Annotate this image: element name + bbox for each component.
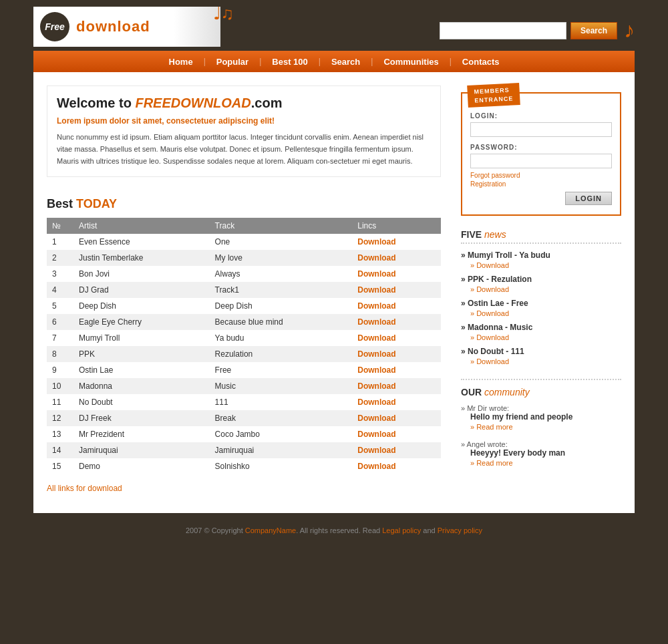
cell-download[interactable]: Download [352, 410, 441, 426]
cell-num: 7 [47, 330, 73, 346]
download-link[interactable]: Download [357, 446, 395, 455]
download-link[interactable]: Download [357, 333, 395, 343]
download-link[interactable]: Download [357, 349, 395, 359]
download-link[interactable]: Download [357, 430, 395, 439]
nav-item-communities[interactable]: Communities [373, 57, 449, 67]
search-button[interactable]: Search [570, 22, 617, 39]
login-label: Login: [470, 112, 612, 120]
download-link[interactable]: Download [357, 237, 395, 247]
welcome-title: Welcome to FREEDOWNLOAD.com [57, 96, 431, 111]
download-link[interactable]: Download [357, 301, 395, 311]
download-link[interactable]: Download [357, 317, 395, 327]
download-link[interactable]: Download [357, 285, 395, 295]
community-message: Heeyyy! Every body man [470, 448, 621, 458]
nav-link-search[interactable]: Search [321, 57, 371, 67]
cell-download[interactable]: Download [352, 458, 441, 474]
cell-track: Ya budu [210, 330, 353, 346]
cell-download[interactable]: Download [352, 362, 441, 378]
footer-company-link[interactable]: CompanyName [245, 526, 296, 534]
news-download-link[interactable]: » Download [470, 285, 621, 293]
nav-item-search[interactable]: Search [321, 57, 371, 67]
nav-item-best100[interactable]: Best 100 [261, 57, 318, 67]
table-row: 3 Bon Jovi Always Download [47, 266, 441, 282]
cell-num: 10 [47, 378, 73, 394]
cell-download[interactable]: Download [352, 282, 441, 298]
cell-download[interactable]: Download [352, 442, 441, 458]
download-link[interactable]: Download [357, 397, 395, 407]
col-num: № [47, 218, 73, 234]
news-download-link[interactable]: » Download [470, 357, 621, 365]
community-message: Hello my friend and people [470, 412, 621, 422]
table-row: 13 Mr Prezident Coco Jambo Download [47, 426, 441, 442]
cell-download[interactable]: Download [352, 314, 441, 330]
table-row: 9 Ostin Lae Free Download [47, 362, 441, 378]
news-item: » PPK - Rezulation » Download [461, 275, 621, 293]
footer-legal-link[interactable]: Legal policy [382, 526, 421, 534]
cell-track: 111 [210, 394, 353, 410]
nav-link-popular[interactable]: Popular [206, 57, 259, 67]
news-download-link[interactable]: » Download [470, 261, 621, 269]
best-today-plain: Best [47, 197, 76, 210]
music-note-icon: ♩♫ [213, 3, 234, 24]
cell-num: 8 [47, 346, 73, 362]
footer-copyright: 2007 © Copyright [186, 526, 245, 534]
nav-link-contacts[interactable]: Contacts [452, 57, 510, 67]
registration-link[interactable]: Registration [470, 180, 612, 188]
cell-num: 4 [47, 282, 73, 298]
read-more-link[interactable]: » Read more [470, 423, 621, 431]
cell-download[interactable]: Download [352, 234, 441, 250]
download-link[interactable]: Download [357, 462, 395, 471]
search-area: Search ♪ [440, 18, 635, 43]
download-link[interactable]: Download [357, 253, 395, 263]
news-item: » Ostin Lae - Free » Download [461, 299, 621, 317]
search-input[interactable] [440, 22, 566, 39]
nav-link-communities[interactable]: Communities [373, 57, 449, 67]
nav-link-home[interactable]: Home [158, 57, 204, 67]
table-row: 11 No Doubt 111 Download [47, 394, 441, 410]
community-title-plain: OUR [461, 387, 484, 397]
cell-download[interactable]: Download [352, 426, 441, 442]
cell-num: 9 [47, 362, 73, 378]
login-button[interactable]: Login [565, 192, 612, 205]
news-item-title: » No Doubt - 111 [461, 347, 621, 356]
nav-item-home[interactable]: Home [158, 57, 204, 67]
cell-track: Rezulation [210, 346, 353, 362]
tracks-body: 1 Even Essence One Download 2 Justin Tem… [47, 234, 441, 474]
cell-track: Free [210, 362, 353, 378]
five-news-title: FIVE news [461, 229, 621, 244]
cell-artist: DJ Freek [73, 410, 210, 426]
cell-track: One [210, 234, 353, 250]
news-download-link[interactable]: » Download [470, 333, 621, 341]
members-badge: MEMBERSENTRANCE [467, 83, 520, 108]
forgot-password-link[interactable]: Forgot password [470, 172, 612, 179]
welcome-title-brand: FREEDOWNLOAD [135, 96, 251, 110]
nav-link-best100[interactable]: Best 100 [261, 57, 318, 67]
download-link[interactable]: Download [357, 381, 395, 391]
read-more-link[interactable]: » Read more [470, 459, 621, 467]
table-row: 15 Demo Solnishko Download [47, 458, 441, 474]
login-input[interactable] [470, 122, 612, 137]
cell-download[interactable]: Download [352, 330, 441, 346]
cell-download[interactable]: Download [352, 346, 441, 362]
nav-item-contacts[interactable]: Contacts [452, 57, 510, 67]
download-link[interactable]: Download [357, 269, 395, 279]
all-links-button[interactable]: All links for download [47, 484, 122, 493]
cell-download[interactable]: Download [352, 298, 441, 314]
download-link[interactable]: Download [357, 365, 395, 375]
col-links: Lincs [352, 218, 441, 234]
welcome-section: Welcome to FREEDOWNLOAD.com Lorem ipsum … [47, 86, 441, 177]
password-input[interactable] [470, 154, 612, 168]
news-download-link[interactable]: » Download [470, 309, 621, 317]
cell-download[interactable]: Download [352, 394, 441, 410]
nav-item-popular[interactable]: Popular [206, 57, 259, 67]
footer-privacy-link[interactable]: Privacy policy [438, 526, 482, 534]
table-row: 5 Deep Dish Deep Dish Download [47, 298, 441, 314]
cell-download[interactable]: Download [352, 250, 441, 266]
download-link[interactable]: Download [357, 414, 395, 423]
cell-track: Track1 [210, 282, 353, 298]
cell-artist: Madonna [73, 378, 210, 394]
cell-download[interactable]: Download [352, 266, 441, 282]
footer-rights: . All rights reserved. Read [296, 526, 382, 534]
cell-download[interactable]: Download [352, 378, 441, 394]
cell-num: 14 [47, 442, 73, 458]
